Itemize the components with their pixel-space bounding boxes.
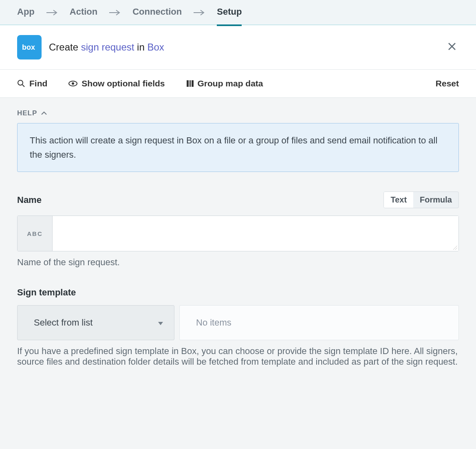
- box-app-icon: box: [17, 35, 42, 59]
- abc-type-icon: ABC: [18, 216, 53, 251]
- sign-template-items[interactable]: No items: [179, 305, 459, 340]
- arrow-icon: [109, 10, 121, 15]
- title-prefix: Create: [49, 42, 81, 53]
- close-icon: [447, 42, 456, 51]
- field-name: Name Text Formula ABC Name of the sign r…: [17, 191, 459, 268]
- select-value: Select from list: [34, 317, 93, 328]
- caret-down-icon: [158, 317, 163, 328]
- sign-template-help-text: If you have a predefined sign template i…: [17, 346, 459, 367]
- svg-line-6: [22, 85, 24, 87]
- svg-marker-14: [158, 322, 163, 325]
- seg-text[interactable]: Text: [384, 192, 413, 208]
- name-help-text: Name of the sign request.: [17, 257, 459, 268]
- group-map-data-button[interactable]: Group map data: [186, 76, 271, 91]
- name-input-wrap: ABC: [17, 216, 459, 251]
- box-logo-text: box: [22, 43, 35, 51]
- wizard-step-setup[interactable]: Setup: [217, 7, 242, 19]
- svg-rect-10: [190, 80, 191, 87]
- show-optional-label: Show optional fields: [82, 79, 165, 88]
- text-formula-toggle: Text Formula: [383, 191, 459, 208]
- wizard-step-action[interactable]: Action: [70, 7, 97, 19]
- sign-template-label: Sign template: [17, 287, 76, 298]
- content-area: HELP This action will create a sign requ…: [0, 98, 476, 383]
- help-toggle[interactable]: HELP: [17, 109, 47, 123]
- wizard-step-connection[interactable]: Connection: [132, 7, 182, 19]
- title-bar: box Create sign request in Box: [0, 25, 476, 70]
- close-button[interactable]: [445, 40, 459, 55]
- help-label: HELP: [17, 109, 37, 117]
- svg-point-5: [18, 80, 23, 85]
- find-button[interactable]: Find: [17, 76, 55, 91]
- sign-template-select[interactable]: Select from list: [17, 305, 174, 340]
- chevron-up-icon: [41, 111, 47, 115]
- svg-rect-9: [187, 80, 189, 87]
- name-label: Name: [17, 195, 42, 205]
- eye-icon: [68, 80, 77, 87]
- arrow-icon: [193, 10, 205, 15]
- find-label: Find: [29, 79, 47, 88]
- seg-formula[interactable]: Formula: [413, 192, 458, 208]
- page-title: Create sign request in Box: [49, 42, 164, 53]
- wizard-step-app[interactable]: App: [17, 7, 35, 19]
- group-map-label: Group map data: [198, 79, 263, 88]
- group-icon: [186, 80, 194, 87]
- svg-rect-11: [192, 80, 194, 87]
- search-icon: [17, 79, 25, 88]
- show-optional-fields-button[interactable]: Show optional fields: [68, 76, 172, 91]
- wizard-steps: App Action Connection Setup: [0, 0, 476, 25]
- help-description: This action will create a sign request i…: [17, 123, 459, 172]
- name-input[interactable]: [53, 216, 458, 251]
- toolbar: Find Show optional fields Group map data…: [0, 70, 476, 98]
- reset-button[interactable]: Reset: [436, 79, 459, 88]
- svg-point-8: [72, 82, 74, 85]
- field-sign-template: Sign template Select from list No items …: [17, 287, 459, 367]
- title-mid: in: [134, 42, 147, 53]
- title-app: Box: [147, 42, 164, 53]
- arrow-icon: [46, 10, 58, 15]
- title-action: sign request: [81, 42, 134, 53]
